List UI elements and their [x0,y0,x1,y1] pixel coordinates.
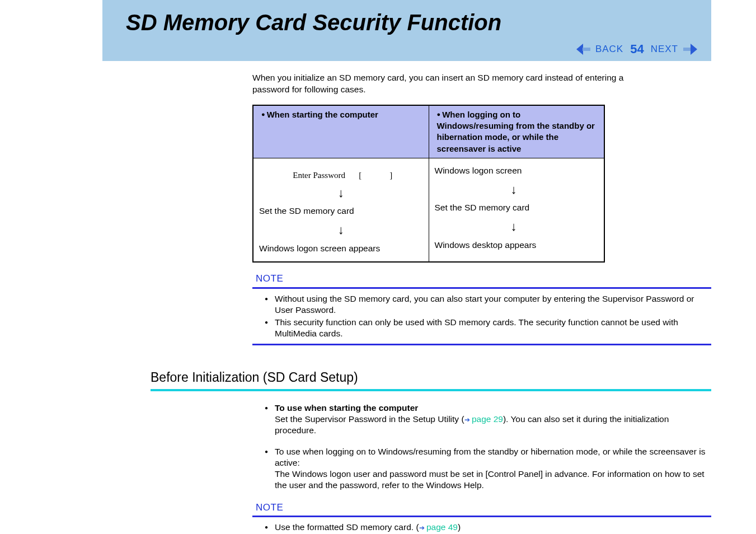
list-item: To use when logging on to Windows/resumi… [265,446,711,491]
section-heading: Before Initialization (SD Card Setup) [151,369,711,386]
next-link[interactable]: NEXT [651,44,678,55]
bullet-text: The Windows logon user and password must… [275,469,705,490]
list-item: This security function can only be used … [265,317,711,339]
down-arrow-icon: ↓ [259,222,423,238]
table-header-left: When starting the computer [253,105,429,158]
note-block-2: NOTE Use the formatted SD memory card. (… [252,502,711,533]
divider [252,287,711,289]
back-arrow-icon[interactable] [576,44,591,55]
page-number: 54 [630,42,644,57]
list-item: To use when starting the computer Set th… [265,402,711,436]
header-bar: SD Memory Card Security Function BACK 54… [102,0,711,61]
back-link[interactable]: BACK [595,44,623,55]
note-heading: NOTE [256,502,711,514]
down-arrow-icon: ↓ [435,218,599,235]
divider [252,344,711,345]
down-arrow-icon: ↓ [435,181,599,198]
list-item: Use the formatted SD memory card. (➔ pag… [265,522,711,533]
link-arrow-icon: ➔ [464,416,472,424]
down-arrow-icon: ↓ [259,185,423,202]
bullet-text: To use when logging on to Windows/resumi… [275,447,705,467]
svg-rect-2 [683,48,691,51]
page-title: SD Memory Card Security Function [126,10,697,35]
note-text: Use the formatted SD memory card. ( [275,522,419,532]
content-area: When you initialize an SD memory card, y… [252,61,711,533]
page-link-29[interactable]: page 29 [472,414,503,424]
bullet-title: To use when starting the computer [275,403,418,413]
body-bullets: To use when starting the computer Set th… [252,402,711,491]
next-arrow-icon[interactable] [683,44,697,55]
left-step-3: Windows logon screen appears [259,243,423,255]
svg-rect-1 [583,48,590,51]
table-cell-left: Enter Password [] ↓ Set the SD memory ca… [253,158,429,262]
right-step-3: Windows desktop appears [435,240,599,251]
table-cell-right: Windows logon screen ↓ Set the SD memory… [429,158,604,262]
svg-marker-0 [576,44,583,55]
intro-paragraph: When you initialize an SD memory card, y… [252,72,638,96]
enter-password-box: Enter Password [] [293,170,420,181]
note-list: Without using the SD memory card, you ca… [252,293,711,340]
svg-marker-3 [691,44,697,55]
right-step-1: Windows logon screen [435,165,599,177]
comparison-table: When starting the computer When logging … [252,105,605,263]
note-text: ) [458,522,461,532]
note-heading: NOTE [256,273,711,285]
nav-row: BACK 54 NEXT [126,35,697,60]
left-step-2: Set the SD memory card [259,205,423,217]
page-wrap: SD Memory Card Security Function BACK 54… [102,0,711,533]
note-block-1: NOTE Without using the SD memory card, y… [252,273,711,346]
page-link-49[interactable]: page 49 [426,522,458,532]
table-header-right: When logging on to Windows/resuming from… [429,105,604,158]
divider [252,516,711,517]
bullet-text: Set the Supervisor Password in the Setup… [275,414,464,424]
cyan-divider [151,389,711,391]
link-arrow-icon: ➔ [419,524,426,532]
right-step-2: Set the SD memory card [435,202,599,214]
note-list: Use the formatted SD memory card. (➔ pag… [252,522,711,533]
list-item: Without using the SD memory card, you ca… [265,293,711,316]
